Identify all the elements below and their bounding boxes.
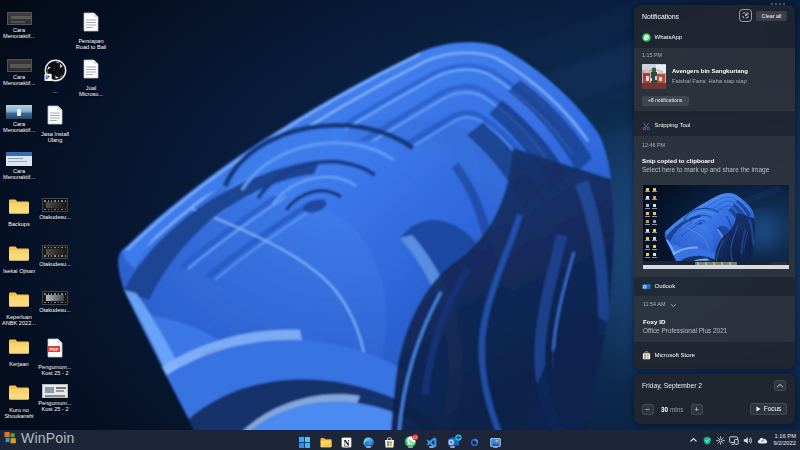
svg-text:22: 22 (413, 435, 417, 439)
svg-text:PDF: PDF (50, 346, 59, 351)
